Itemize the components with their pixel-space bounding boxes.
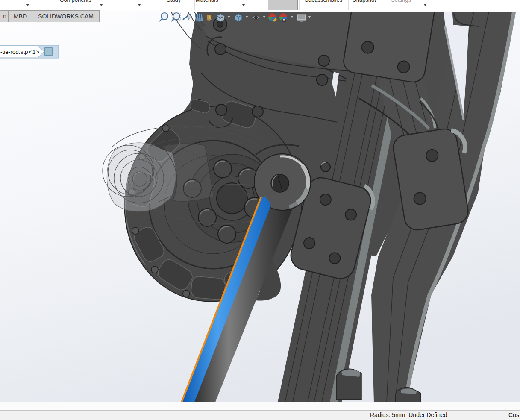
svg-text:-tie-rod.stp < 1 >: -tie-rod.stp < 1 > [0, 49, 39, 55]
svg-text:A: A [210, 18, 213, 22]
